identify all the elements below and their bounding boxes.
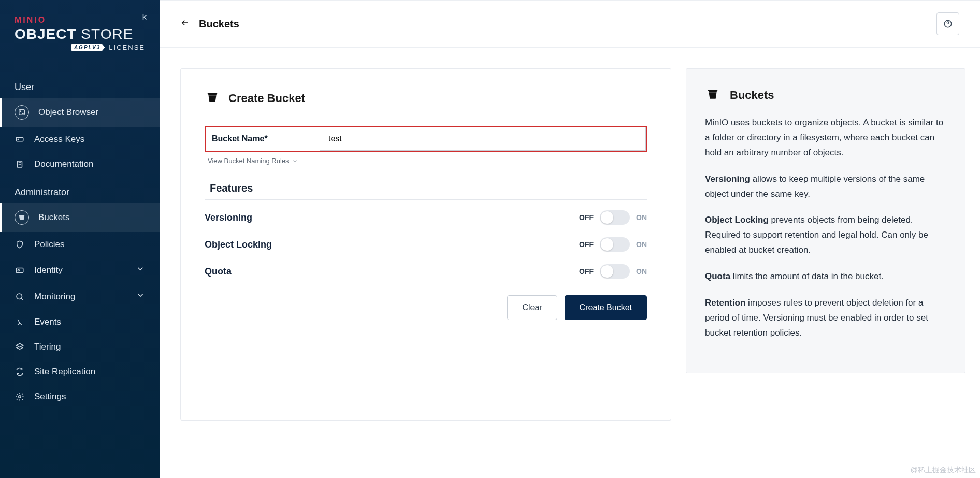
sidebar-item-identity[interactable]: Identity [0,257,160,283]
sidebar-item-label: Identity [34,265,63,276]
topbar: Buckets [160,0,980,48]
shield-icon [15,240,25,249]
layers-icon [15,342,25,352]
info-panel: Buckets MinIO uses buckets to organize o… [686,68,965,373]
logo-minio: MINIO [15,16,145,25]
logo-license: AGPLV3 LICENSE [15,44,145,51]
monitoring-icon [15,292,25,301]
sidebar-item-monitoring[interactable]: Monitoring [0,283,160,310]
sidebar: MINIO OBJECT STORE AGPLV3 LICENSE User O… [0,0,160,478]
object-browser-icon [15,105,29,120]
chevron-down-icon [136,291,145,302]
chevron-down-icon [292,158,298,164]
info-intro: MinIO uses buckets to organize objects. … [705,115,946,161]
form-title: Create Bucket [228,92,305,105]
feature-quota: Quota OFF ON [205,258,647,285]
svg-rect-3 [16,137,23,141]
sidebar-item-label: Monitoring [34,292,75,302]
versioning-toggle[interactable] [600,210,630,225]
svg-point-9 [19,396,21,398]
create-bucket-form: Create Bucket Bucket Name* View Bucket N… [180,68,671,421]
feature-label: Quota [205,266,232,277]
object-locking-toggle[interactable] [600,237,630,252]
sidebar-item-settings[interactable]: Settings [0,384,160,409]
sidebar-item-tiering[interactable]: Tiering [0,335,160,359]
sidebar-item-label: Site Replication [34,367,95,377]
nav-section-user: User [0,71,160,98]
help-button[interactable] [936,12,959,35]
sidebar-item-label: Settings [34,392,66,402]
feature-label: Versioning [205,212,252,223]
svg-point-7 [18,269,19,271]
toggle-off-label: OFF [579,240,594,249]
toggle-on-label: ON [636,267,647,276]
bucket-name-field: Bucket Name* [205,126,647,152]
sidebar-collapse-button[interactable] [141,12,150,24]
clear-button[interactable]: Clear [507,295,557,320]
svg-point-4 [18,139,19,140]
svg-point-2 [23,113,24,114]
toggle-on-label: ON [636,240,647,249]
svg-point-8 [17,294,22,299]
bucket-name-input[interactable] [320,127,646,151]
watermark: @稀土掘金技术社区 [911,466,976,475]
agpl-badge: AGPLV3 [71,44,105,51]
toggle-on-label: ON [636,213,647,222]
doc-icon [15,160,25,169]
sidebar-item-policies[interactable]: Policies [0,232,160,257]
page-title: Buckets [199,18,239,30]
sidebar-item-object-browser[interactable]: Object Browser [0,98,160,127]
sidebar-item-access-keys[interactable]: Access Keys [0,127,160,152]
create-bucket-button[interactable]: Create Bucket [565,295,647,320]
bucket-icon [15,210,29,225]
divider [205,199,647,200]
replication-icon [15,367,25,376]
sidebar-item-documentation[interactable]: Documentation [0,152,160,177]
logo: MINIO OBJECT STORE AGPLV3 LICENSE [0,10,160,64]
toggle-off-label: OFF [579,267,594,276]
main: Buckets Create Bucket Bucket Name* [160,0,980,478]
sidebar-item-site-replication[interactable]: Site Replication [0,359,160,384]
info-quota: Quota limits the amount of data in the b… [705,269,946,284]
info-versioning: Versioning allows to keep multiple versi… [705,172,946,202]
back-button[interactable] [180,18,190,30]
feature-object-locking: Object Locking OFF ON [205,231,647,258]
feature-versioning: Versioning OFF ON [205,204,647,231]
bucket-icon [205,90,220,107]
chevron-down-icon [136,264,145,276]
sidebar-item-label: Access Keys [34,134,84,144]
sidebar-item-label: Buckets [38,212,69,223]
lambda-icon [15,317,25,327]
svg-rect-0 [19,110,25,115]
info-title: Buckets [730,89,774,102]
identity-icon [15,266,25,275]
quota-toggle[interactable] [600,264,630,279]
gear-icon [15,392,25,401]
svg-point-1 [20,111,21,112]
sidebar-item-label: Object Browser [38,107,98,118]
sidebar-item-label: Events [34,317,61,327]
view-naming-rules-link[interactable]: View Bucket Naming Rules [205,157,647,165]
features-heading: Features [210,182,647,194]
sidebar-item-label: Tiering [34,342,61,352]
info-object-locking: Object Locking prevents objects from bei… [705,213,946,258]
nav-section-admin: Administrator [0,177,160,203]
sidebar-item-label: Policies [34,239,65,250]
feature-label: Object Locking [205,239,272,250]
bucket-name-label: Bucket Name* [206,134,320,143]
key-icon [15,135,25,144]
logo-object-store: OBJECT STORE [15,26,145,42]
bucket-icon [705,86,720,104]
sidebar-item-buckets[interactable]: Buckets [0,203,160,232]
info-retention: Retention imposes rules to prevent objec… [705,296,946,341]
sidebar-item-label: Documentation [34,159,93,169]
sidebar-item-events[interactable]: Events [0,310,160,335]
toggle-off-label: OFF [579,213,594,222]
